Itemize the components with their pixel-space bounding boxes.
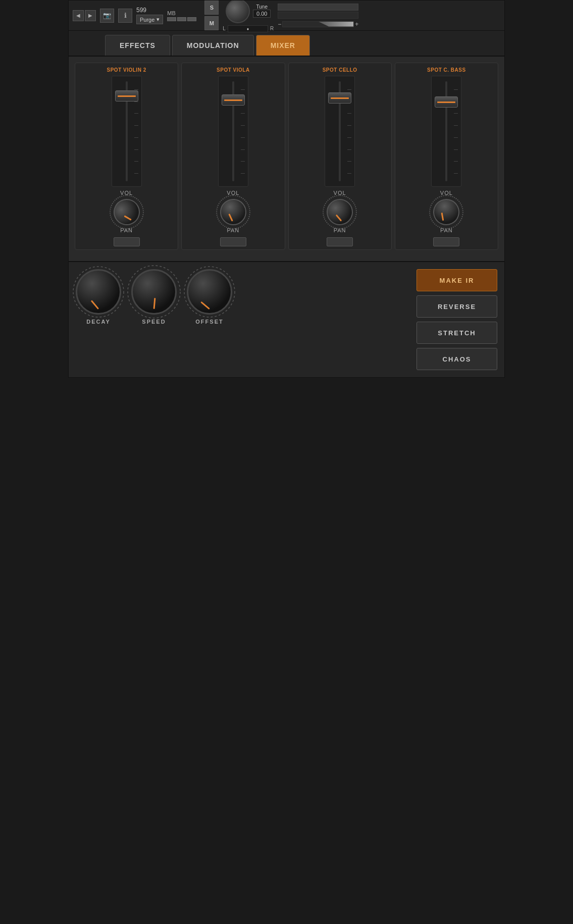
- bottom-knobs: DECAY SPEED: [76, 269, 232, 325]
- pan-knob-violin2-container: [114, 199, 140, 225]
- make-ir-button[interactable]: MAKE IR: [416, 269, 497, 291]
- channel-btn-viola[interactable]: [220, 237, 246, 246]
- fader-handle-cbass[interactable]: [435, 96, 458, 108]
- pan-label-cello: PAN: [334, 227, 346, 233]
- vol-label-viola: VOL: [227, 190, 239, 196]
- channel-spot-violin2: SPOT VIOLIN 2 VOL: [75, 63, 178, 250]
- display-bar-middle: [278, 12, 358, 19]
- pan-label-cbass: PAN: [440, 227, 453, 233]
- plugin-container: ◀ ▶ 📷 ℹ 599 Purge ▾ MB S M: [68, 0, 505, 378]
- channels-row: SPOT VIOLIN 2 VOL: [75, 63, 498, 250]
- pan-label-viola: PAN: [227, 227, 239, 233]
- tab-effects[interactable]: EFFECTS: [105, 35, 170, 56]
- pan-knob-viola-container: [220, 199, 246, 225]
- offset-knob-container: OFFSET: [187, 269, 232, 325]
- side-buttons: MAKE IR REVERSE STRETCH CHAOS: [416, 269, 497, 370]
- fader-handle-viola[interactable]: [222, 94, 245, 106]
- mb-area: MB: [167, 10, 196, 21]
- tab-mixer[interactable]: MIXER: [256, 35, 310, 56]
- preset-area: 599 Purge ▾: [136, 7, 163, 24]
- s-button[interactable]: S: [204, 1, 219, 15]
- channel-name-cello: SPOT CELLO: [323, 67, 357, 73]
- channel-btn-violin2[interactable]: [114, 237, 140, 246]
- nav-right-button[interactable]: ▶: [85, 10, 96, 21]
- vol-label-cello: VOL: [334, 190, 346, 196]
- lr-slider[interactable]: ⬧: [228, 25, 268, 32]
- stretch-button[interactable]: STRETCH: [416, 322, 497, 344]
- tune-knob[interactable]: [226, 0, 250, 23]
- m-button[interactable]: M: [204, 16, 219, 30]
- channel-spot-viola: SPOT VIOLA VOL: [181, 63, 285, 250]
- preset-number: 599: [136, 7, 163, 14]
- fader-cbass[interactable]: [431, 76, 461, 187]
- channel-name-violin2: SPOT VIOLIN 2: [107, 67, 146, 73]
- right-display: − +: [278, 4, 358, 28]
- tune-area: Tune 0.00 L ⬧ R: [223, 0, 274, 32]
- top-bar: ◀ ▶ 📷 ℹ 599 Purge ▾ MB S M: [69, 1, 504, 31]
- pan-knob-cello-container: [327, 199, 353, 225]
- pan-knob-cello[interactable]: [325, 197, 355, 227]
- channel-btn-cello[interactable]: [327, 237, 353, 246]
- reverse-button[interactable]: REVERSE: [416, 295, 497, 318]
- vol-label-violin2: VOL: [120, 190, 133, 196]
- decay-knob[interactable]: [76, 269, 121, 315]
- nav-arrows: ◀ ▶: [73, 10, 96, 21]
- bottom-section: DECAY SPEED: [69, 261, 504, 377]
- pan-knob-cbass-container: [433, 199, 459, 225]
- channel-name-cbass: SPOT C. BASS: [427, 67, 466, 73]
- mb-bar-1: [167, 17, 176, 21]
- fader-handle-violin2[interactable]: [115, 90, 138, 101]
- tune-label: Tune: [253, 4, 271, 10]
- mb-bar-3: [187, 17, 196, 21]
- tab-modulation[interactable]: MODULATION: [172, 35, 254, 56]
- vol-bar[interactable]: [282, 21, 354, 27]
- decay-label: DECAY: [86, 319, 111, 325]
- tabs-row: EFFECTS MODULATION MIXER: [69, 31, 504, 57]
- sm-buttons: S M: [204, 1, 219, 30]
- channel-name-viola: SPOT VIOLA: [217, 67, 250, 73]
- channel-spot-cello: SPOT CELLO VOL: [288, 63, 392, 250]
- offset-label: OFFSET: [195, 319, 223, 325]
- pan-label-violin2: PAN: [120, 227, 133, 233]
- fader-handle-cello[interactable]: [328, 92, 351, 104]
- mixer-section: SPOT VIOLIN 2 VOL: [69, 57, 504, 261]
- purge-button[interactable]: Purge ▾: [136, 15, 163, 24]
- nav-left-button[interactable]: ◀: [73, 10, 84, 21]
- fader-violin2[interactable]: [112, 76, 142, 187]
- mb-bar-2: [177, 17, 186, 21]
- channel-spot-cbass: SPOT C. BASS VOL: [395, 63, 498, 250]
- fader-cello[interactable]: [325, 76, 355, 187]
- speed-knob[interactable]: [131, 269, 177, 315]
- vol-label-cbass: VOL: [440, 190, 453, 196]
- camera-button[interactable]: 📷: [100, 9, 114, 23]
- pan-knob-cbass[interactable]: [430, 195, 463, 229]
- tune-value: 0.00: [253, 10, 271, 18]
- display-bar-top: [278, 4, 358, 11]
- chaos-button[interactable]: CHAOS: [416, 348, 497, 370]
- decay-knob-container: DECAY: [76, 269, 121, 325]
- fader-viola[interactable]: [218, 76, 248, 187]
- pan-knob-violin2[interactable]: [109, 194, 144, 230]
- info-button[interactable]: ℹ: [118, 9, 132, 23]
- offset-knob[interactable]: [187, 269, 232, 315]
- channel-btn-cbass[interactable]: [433, 237, 459, 246]
- pan-knob-viola[interactable]: [219, 198, 247, 226]
- speed-knob-container: SPEED: [131, 269, 177, 325]
